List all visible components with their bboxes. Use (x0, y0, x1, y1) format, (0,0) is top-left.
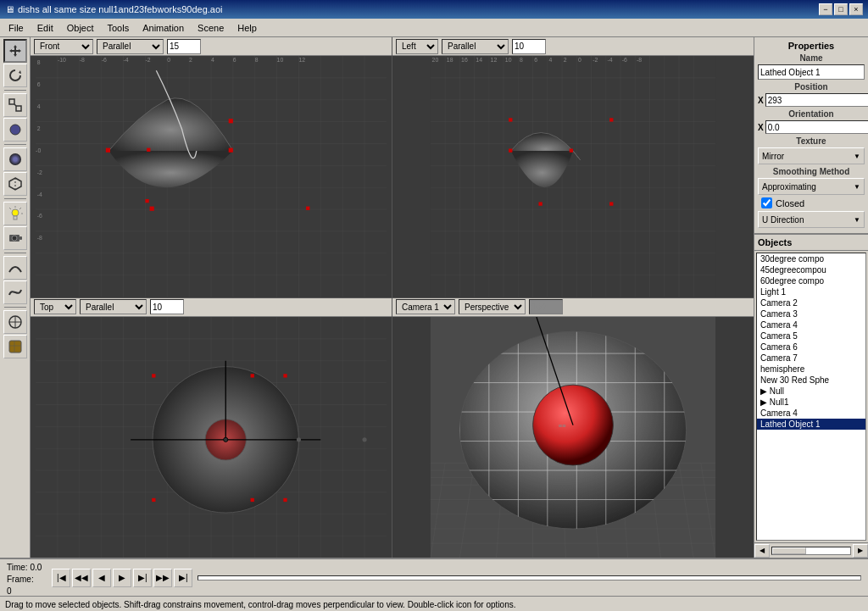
viewport-camera[interactable]: Camera 1FrontLeftTop PerspectiveParallel (392, 298, 754, 558)
transport-play-btn[interactable]: ▶ (113, 569, 131, 587)
obj-new30red[interactable]: New 30 Red Sphe (757, 375, 865, 386)
svg-text:10: 10 (505, 57, 512, 63)
viewports: FrontLeftTopCamera 1 ParallelPerspective (31, 37, 754, 558)
svg-rect-162 (283, 497, 287, 501)
scroll-track[interactable] (771, 547, 851, 555)
pos-x-input[interactable] (765, 93, 868, 107)
object-name-input[interactable] (758, 64, 865, 80)
left-proj-select[interactable]: ParallelPerspective (442, 39, 509, 54)
obj-light1[interactable]: Light 1 (757, 286, 865, 297)
scroll-right-btn[interactable]: ▶ (853, 544, 868, 558)
svg-rect-71 (145, 199, 148, 203)
obj-lathed1[interactable]: Lathed Object 1 (757, 419, 865, 430)
light-tool[interactable] (3, 202, 27, 225)
direction-dropdown[interactable]: U Direction ▼ (758, 211, 865, 228)
front-proj-select[interactable]: ParallelPerspective (97, 39, 164, 54)
svg-rect-118 (509, 148, 512, 152)
camera-proj-select[interactable]: PerspectiveParallel (459, 299, 526, 314)
texture-tool[interactable] (3, 335, 27, 358)
camera-view-select[interactable]: Camera 1FrontLeftTop (396, 299, 455, 314)
menubar: File Edit Object Tools Animation Scene H… (0, 19, 868, 37)
transport-start-btn[interactable]: |◀ (52, 569, 70, 587)
pan-tool[interactable] (3, 310, 27, 334)
obj-45deg[interactable]: 45degreecompou (757, 264, 865, 275)
smoothing-label: Smoothing Method (758, 167, 865, 176)
menu-animation[interactable]: Animation (137, 21, 189, 35)
svg-rect-160 (152, 497, 155, 501)
obj-camera5[interactable]: Camera 5 (757, 330, 865, 342)
camera-zoom-input[interactable] (529, 299, 563, 314)
objects-list[interactable]: 30degree compo 45degreecompou 60degree c… (756, 253, 866, 541)
obj-camera3[interactable]: Camera 3 (757, 308, 865, 319)
closed-label: Closed (776, 198, 804, 208)
front-view-select[interactable]: FrontLeftTopCamera 1 (34, 39, 93, 54)
menu-help[interactable]: Help (232, 21, 262, 35)
svg-text:12: 12 (491, 57, 498, 63)
menu-edit[interactable]: Edit (32, 21, 58, 35)
time-label: Time: (7, 563, 28, 572)
spline-tool[interactable] (3, 281, 27, 304)
object-tool[interactable] (3, 118, 27, 142)
obj-camera4b[interactable]: Camera 4 (757, 408, 865, 419)
menu-tools[interactable]: Tools (103, 21, 135, 35)
camera-tool[interactable] (3, 226, 27, 250)
curve-tool[interactable] (3, 256, 27, 280)
top-view-select[interactable]: TopFrontLeft (34, 299, 76, 314)
obj-camera6[interactable]: Camera 6 (757, 342, 865, 353)
window-controls[interactable]: − □ × (819, 3, 863, 15)
texture-dropdown[interactable]: Mirror ▼ (758, 147, 865, 164)
minimize-button[interactable]: − (819, 3, 832, 15)
rotate-tool[interactable] (3, 64, 27, 87)
transport-prev-btn[interactable]: ◀◀ (72, 569, 91, 587)
scale-tool[interactable] (3, 93, 27, 117)
maximize-button[interactable]: □ (834, 3, 848, 15)
transport-prev-frame-btn[interactable]: ◀ (92, 569, 111, 587)
svg-text:8: 8 (255, 57, 259, 63)
svg-point-154 (224, 437, 228, 442)
svg-text:-4: -4 (124, 57, 129, 63)
svg-rect-69 (229, 148, 233, 153)
obj-null1[interactable]: ▶ Null1 (757, 397, 865, 408)
sphere-tool[interactable] (3, 147, 27, 171)
top-zoom-input[interactable] (150, 299, 184, 314)
transport-next-frame-btn[interactable]: ▶| (133, 569, 152, 587)
ori-x-input[interactable] (765, 120, 868, 134)
viewport-left[interactable]: LeftFrontTop ParallelPerspective (392, 37, 754, 297)
obj-camera2[interactable]: Camera 2 (757, 297, 865, 308)
svg-rect-158 (251, 374, 254, 377)
transport-next-btn[interactable]: ▶▶ (153, 569, 172, 587)
closed-checkbox[interactable] (761, 197, 772, 208)
menu-object[interactable]: Object (62, 21, 99, 35)
ox-label: X (758, 123, 764, 132)
obj-null[interactable]: ▶ Null (757, 386, 865, 397)
obj-camera4a[interactable]: Camera 4 (757, 319, 865, 330)
menu-scene[interactable]: Scene (192, 21, 229, 35)
frame-value: 0 (7, 586, 12, 596)
close-button[interactable]: × (849, 3, 863, 15)
left-view-select[interactable]: LeftFrontTop (396, 39, 438, 54)
transport-end-btn[interactable]: ▶| (174, 569, 192, 587)
closed-row: Closed (758, 197, 865, 208)
direction-dropdown-arrow: ▼ (854, 216, 860, 224)
viewport-front[interactable]: FrontLeftTopCamera 1 ParallelPerspective (31, 37, 392, 297)
obj-60deg[interactable]: 60degree compo (757, 275, 865, 286)
svg-text:-8: -8 (37, 235, 42, 241)
scroll-thumb[interactable] (772, 547, 806, 554)
svg-rect-19 (9, 341, 21, 353)
viewport-top[interactable]: TopFrontLeft ParallelPerspective (31, 298, 392, 558)
top-viewport-svg (31, 317, 392, 558)
obj-30deg[interactable]: 30degree compo (757, 253, 865, 264)
top-proj-select[interactable]: ParallelPerspective (80, 299, 147, 314)
svg-rect-123 (609, 118, 613, 121)
menu-file[interactable]: File (3, 21, 29, 35)
transport-slider[interactable] (198, 575, 861, 580)
cube-tool[interactable] (3, 172, 27, 196)
left-zoom-input[interactable] (512, 39, 546, 54)
obj-camera7[interactable]: Camera 7 (757, 353, 865, 364)
obj-hemisphere[interactable]: hemisphere (757, 364, 865, 375)
move-tool[interactable] (3, 39, 27, 63)
front-zoom-input[interactable] (167, 39, 201, 54)
scroll-left-btn[interactable]: ◀ (754, 544, 770, 558)
svg-text:-2: -2 (593, 57, 598, 63)
smoothing-dropdown[interactable]: Approximating ▼ (758, 178, 865, 195)
